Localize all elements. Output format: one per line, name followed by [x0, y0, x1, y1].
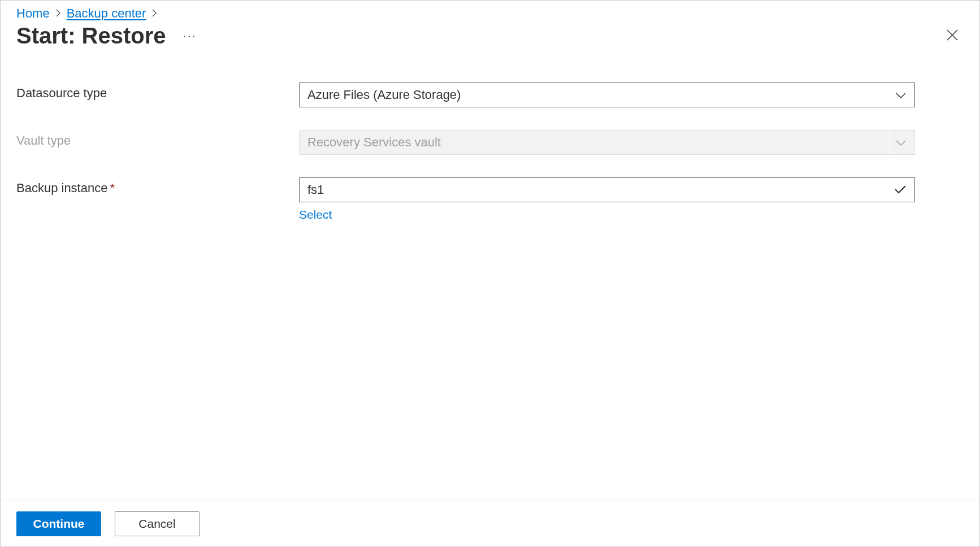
label-datasource-type: Datasource type [16, 83, 299, 101]
chevron-right-icon [151, 8, 157, 20]
continue-button[interactable]: Continue [16, 511, 101, 536]
page-container: Home Backup center Start: Restore ··· Da… [0, 0, 980, 547]
breadcrumb: Home Backup center [1, 1, 979, 21]
breadcrumb-home-link[interactable]: Home [16, 6, 50, 21]
more-actions-button[interactable]: ··· [181, 29, 199, 44]
divider [889, 131, 890, 154]
row-backup-instance: Backup instance* fs1 Select [16, 177, 964, 222]
chevron-down-icon [895, 88, 907, 102]
backup-instance-select[interactable]: fs1 [299, 177, 915, 202]
vault-type-select: Recovery Services vault [299, 130, 915, 155]
chevron-right-icon [55, 8, 61, 20]
page-title: Start: Restore [16, 23, 166, 49]
close-button[interactable] [941, 25, 964, 47]
row-vault-type: Vault type Recovery Services vault [16, 130, 964, 155]
breadcrumb-backup-center-link[interactable]: Backup center [67, 6, 146, 21]
datasource-type-value: Azure Files (Azure Storage) [307, 88, 461, 102]
title-row: Start: Restore ··· [16, 23, 199, 49]
page-header: Start: Restore ··· [1, 21, 979, 60]
check-icon [894, 183, 907, 197]
datasource-type-select[interactable]: Azure Files (Azure Storage) [299, 83, 915, 107]
form: Datasource type Azure Files (Azure Stora… [1, 60, 979, 501]
backup-instance-value: fs1 [307, 183, 324, 197]
label-vault-type: Vault type [16, 130, 299, 148]
chevron-down-icon [895, 135, 907, 150]
row-datasource-type: Datasource type Azure Files (Azure Stora… [16, 83, 964, 107]
label-backup-instance: Backup instance* [16, 177, 299, 196]
vault-type-value: Recovery Services vault [307, 135, 441, 150]
required-star-icon: * [110, 181, 115, 195]
footer: Continue Cancel [1, 501, 979, 546]
backup-instance-select-link[interactable]: Select [299, 208, 332, 222]
close-icon [946, 29, 959, 44]
cancel-button[interactable]: Cancel [115, 511, 200, 536]
